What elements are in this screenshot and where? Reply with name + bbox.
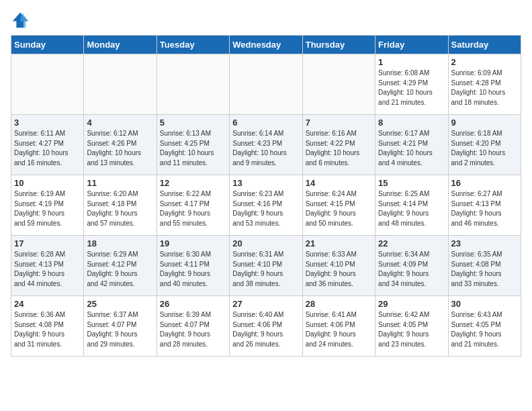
week-row-3: 10Sunrise: 6:19 AM Sunset: 4:19 PM Dayli… [11,175,521,236]
calendar-cell: 2Sunrise: 6:09 AM Sunset: 4:28 PM Daylig… [448,54,521,115]
day-info: Sunrise: 6:14 AM Sunset: 4:23 PM Dayligh… [232,129,299,168]
calendar-cell: 24Sunrise: 6:36 AM Sunset: 4:08 PM Dayli… [11,296,84,357]
day-number: 29 [378,299,445,309]
day-info: Sunrise: 6:29 AM Sunset: 4:12 PM Dayligh… [87,250,153,289]
calendar-cell: 20Sunrise: 6:31 AM Sunset: 4:10 PM Dayli… [230,236,302,296]
calendar-cell: 3Sunrise: 6:11 AM Sunset: 4:27 PM Daylig… [11,115,84,175]
day-info: Sunrise: 6:12 AM Sunset: 4:26 PM Dayligh… [87,129,153,168]
calendar-cell: 19Sunrise: 6:30 AM Sunset: 4:11 PM Dayli… [157,236,229,296]
day-number: 1 [378,57,445,67]
day-info: Sunrise: 6:36 AM Sunset: 4:08 PM Dayligh… [14,310,81,349]
calendar-cell: 30Sunrise: 6:43 AM Sunset: 4:05 PM Dayli… [448,296,521,357]
calendar-cell: 13Sunrise: 6:23 AM Sunset: 4:16 PM Dayli… [230,175,302,236]
day-number: 23 [451,238,518,248]
day-info: Sunrise: 6:33 AM Sunset: 4:10 PM Dayligh… [306,250,372,289]
calendar-cell: 9Sunrise: 6:18 AM Sunset: 4:20 PM Daylig… [448,115,521,175]
calendar-cell: 14Sunrise: 6:24 AM Sunset: 4:15 PM Dayli… [302,175,375,236]
day-info: Sunrise: 6:23 AM Sunset: 4:16 PM Dayligh… [232,189,299,228]
calendar: SundayMondayTuesdayWednesdayThursdayFrid… [11,35,521,357]
day-header-sunday: Sunday [11,36,84,54]
calendar-cell: 7Sunrise: 6:16 AM Sunset: 4:22 PM Daylig… [302,115,375,175]
day-number: 21 [306,238,372,248]
day-number: 5 [160,118,226,128]
day-header-wednesday: Wednesday [230,36,302,54]
day-number: 4 [87,118,153,128]
day-info: Sunrise: 6:37 AM Sunset: 4:07 PM Dayligh… [87,310,153,349]
day-number: 15 [378,178,445,188]
day-info: Sunrise: 6:41 AM Sunset: 4:06 PM Dayligh… [306,310,372,349]
day-number: 19 [160,238,226,248]
day-info: Sunrise: 6:08 AM Sunset: 4:29 PM Dayligh… [378,68,445,107]
day-number: 18 [87,238,153,248]
day-number: 3 [14,118,81,128]
day-number: 14 [306,178,372,188]
calendar-cell: 21Sunrise: 6:33 AM Sunset: 4:10 PM Dayli… [302,236,375,296]
day-info: Sunrise: 6:27 AM Sunset: 4:13 PM Dayligh… [451,189,518,228]
day-header-saturday: Saturday [448,36,521,54]
day-number: 26 [160,299,226,309]
day-info: Sunrise: 6:20 AM Sunset: 4:18 PM Dayligh… [87,189,153,228]
day-number: 12 [160,178,226,188]
day-info: Sunrise: 6:34 AM Sunset: 4:09 PM Dayligh… [378,250,445,289]
day-number: 27 [232,299,299,309]
calendar-cell: 27Sunrise: 6:40 AM Sunset: 4:06 PM Dayli… [230,296,302,357]
day-number: 30 [451,299,518,309]
day-info: Sunrise: 6:40 AM Sunset: 4:06 PM Dayligh… [232,310,299,349]
day-number: 24 [14,299,81,309]
day-info: Sunrise: 6:16 AM Sunset: 4:22 PM Dayligh… [306,129,372,168]
day-number: 17 [14,238,81,248]
calendar-cell: 12Sunrise: 6:22 AM Sunset: 4:17 PM Dayli… [157,175,229,236]
day-info: Sunrise: 6:09 AM Sunset: 4:28 PM Dayligh… [451,68,518,107]
day-number: 8 [378,118,445,128]
header [11,11,521,30]
day-number: 28 [306,299,372,309]
calendar-cell: 22Sunrise: 6:34 AM Sunset: 4:09 PM Dayli… [375,236,448,296]
calendar-cell: 10Sunrise: 6:19 AM Sunset: 4:19 PM Dayli… [11,175,84,236]
calendar-cell [230,54,302,115]
calendar-cell: 15Sunrise: 6:25 AM Sunset: 4:14 PM Dayli… [375,175,448,236]
week-row-5: 24Sunrise: 6:36 AM Sunset: 4:08 PM Dayli… [11,296,521,357]
calendar-cell: 5Sunrise: 6:13 AM Sunset: 4:25 PM Daylig… [157,115,229,175]
day-number: 2 [451,57,518,67]
day-number: 13 [232,178,299,188]
day-number: 20 [232,238,299,248]
day-header-tuesday: Tuesday [157,36,229,54]
calendar-cell: 29Sunrise: 6:42 AM Sunset: 4:05 PM Dayli… [375,296,448,357]
day-info: Sunrise: 6:42 AM Sunset: 4:05 PM Dayligh… [378,310,445,349]
day-info: Sunrise: 6:22 AM Sunset: 4:17 PM Dayligh… [160,189,226,228]
logo-icon [11,11,30,30]
day-info: Sunrise: 6:11 AM Sunset: 4:27 PM Dayligh… [14,129,81,168]
calendar-cell: 8Sunrise: 6:17 AM Sunset: 4:21 PM Daylig… [375,115,448,175]
day-info: Sunrise: 6:28 AM Sunset: 4:13 PM Dayligh… [14,250,81,289]
day-header-thursday: Thursday [302,36,375,54]
calendar-cell: 26Sunrise: 6:39 AM Sunset: 4:07 PM Dayli… [157,296,229,357]
day-number: 6 [232,118,299,128]
day-number: 9 [451,118,518,128]
calendar-cell: 25Sunrise: 6:37 AM Sunset: 4:07 PM Dayli… [84,296,157,357]
day-header-monday: Monday [84,36,157,54]
calendar-cell: 11Sunrise: 6:20 AM Sunset: 4:18 PM Dayli… [84,175,157,236]
calendar-header-row: SundayMondayTuesdayWednesdayThursdayFrid… [11,36,521,54]
calendar-cell: 17Sunrise: 6:28 AM Sunset: 4:13 PM Dayli… [11,236,84,296]
calendar-cell: 18Sunrise: 6:29 AM Sunset: 4:12 PM Dayli… [84,236,157,296]
day-info: Sunrise: 6:30 AM Sunset: 4:11 PM Dayligh… [160,250,226,289]
day-info: Sunrise: 6:31 AM Sunset: 4:10 PM Dayligh… [232,250,299,289]
day-number: 25 [87,299,153,309]
calendar-cell: 16Sunrise: 6:27 AM Sunset: 4:13 PM Dayli… [448,175,521,236]
day-header-friday: Friday [375,36,448,54]
day-info: Sunrise: 6:35 AM Sunset: 4:08 PM Dayligh… [451,250,518,289]
day-info: Sunrise: 6:18 AM Sunset: 4:20 PM Dayligh… [451,129,518,168]
day-info: Sunrise: 6:39 AM Sunset: 4:07 PM Dayligh… [160,310,226,349]
day-info: Sunrise: 6:43 AM Sunset: 4:05 PM Dayligh… [451,310,518,349]
day-info: Sunrise: 6:13 AM Sunset: 4:25 PM Dayligh… [160,129,226,168]
week-row-4: 17Sunrise: 6:28 AM Sunset: 4:13 PM Dayli… [11,236,521,296]
day-info: Sunrise: 6:24 AM Sunset: 4:15 PM Dayligh… [306,189,372,228]
calendar-cell [11,54,84,115]
week-row-1: 1Sunrise: 6:08 AM Sunset: 4:29 PM Daylig… [11,54,521,115]
calendar-cell: 6Sunrise: 6:14 AM Sunset: 4:23 PM Daylig… [230,115,302,175]
calendar-cell [302,54,375,115]
calendar-cell: 23Sunrise: 6:35 AM Sunset: 4:08 PM Dayli… [448,236,521,296]
day-number: 10 [14,178,81,188]
calendar-cell: 28Sunrise: 6:41 AM Sunset: 4:06 PM Dayli… [302,296,375,357]
calendar-cell [84,54,157,115]
